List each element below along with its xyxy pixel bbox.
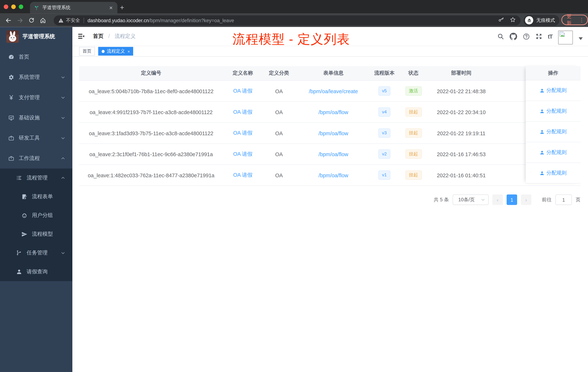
table-cell: OA: [262, 151, 296, 157]
goto-page-input[interactable]: [556, 194, 572, 205]
table-cell: 2022-01-16 01:40:51: [430, 172, 493, 178]
sidebar-item-workflow[interactable]: 工作流程: [0, 148, 72, 169]
sidebar-item-label: 流程管理: [27, 175, 48, 181]
definition-name-link[interactable]: OA 请假: [233, 172, 252, 178]
table-header-row: 定义编号定义名称定义分类表单信息流程版本状态部署时间: [79, 66, 580, 81]
macos-traffic-lights[interactable]: [4, 5, 23, 9]
bookmark-star-icon[interactable]: [510, 16, 516, 24]
search-icon[interactable]: [497, 33, 504, 40]
minimize-window-button[interactable]: [11, 5, 16, 9]
next-page-button[interactable]: ›: [521, 194, 531, 205]
close-window-button[interactable]: [4, 5, 8, 9]
sidebar-item-process-management[interactable]: 流程管理: [0, 169, 72, 187]
table-cell: /bpm/oa/flow: [295, 130, 371, 136]
column-header: 表单信息: [295, 70, 371, 77]
admin-app: 芋道管理系统 首页系统管理支付管理基础设施研发工具工作流程流程管理流程表单用户分…: [0, 27, 588, 372]
page-unit-label: 页: [576, 196, 580, 203]
user-avatar[interactable]: [558, 30, 573, 44]
assign-user-icon: [540, 150, 545, 155]
table-cell: OA 请假: [223, 172, 262, 178]
tab-close-icon[interactable]: ✕: [108, 5, 114, 10]
sidebar-item-payment[interactable]: 支付管理: [0, 88, 72, 108]
forward-icon[interactable]: [17, 17, 23, 23]
definition-name-link[interactable]: OA 请假: [233, 130, 252, 136]
sidebar-item-process-form[interactable]: 流程表单: [0, 187, 72, 206]
sidebar-item-leave-query[interactable]: 请假查询: [0, 263, 72, 281]
assign-rule-link[interactable]: 分配规则: [546, 87, 567, 94]
table-body: oa_leave:5:004b710b-7b8a-11ec-8ef0-acde4…: [79, 81, 580, 186]
breadcrumb-home[interactable]: 首页: [93, 33, 104, 39]
version-badge: v4: [378, 107, 390, 117]
table-cell: v5: [371, 86, 398, 96]
current-page-button[interactable]: 1: [506, 194, 517, 205]
tag-item[interactable]: 首页: [79, 47, 95, 55]
definition-table: 定义编号定义名称定义分类表单信息流程版本状态部署时间 oa_leave:5:00…: [79, 66, 580, 186]
fullscreen-icon[interactable]: [536, 33, 542, 40]
help-icon[interactable]: [523, 33, 530, 40]
definition-name-link[interactable]: OA 请假: [233, 151, 252, 157]
url-bar[interactable]: 不安全 dashboard.yudao.iocoder.cn/bpm/manag…: [54, 15, 521, 25]
workflow-submenu: 流程管理流程表单用户分组流程模型任务管理请假查询: [0, 169, 72, 281]
new-tab-button[interactable]: +: [120, 2, 124, 13]
browser-tab[interactable]: 芋道管理系统 ✕: [30, 2, 117, 13]
url-host[interactable]: dashboard.yudao.iocoder.cn: [88, 17, 149, 23]
form-info-link[interactable]: /bpm/oa/flow: [319, 109, 348, 115]
table-cell: OA 请假: [223, 130, 262, 136]
back-icon[interactable]: [5, 17, 12, 23]
assign-rule-link[interactable]: 分配规则: [546, 170, 567, 176]
sidebar-item-home[interactable]: 首页: [0, 47, 72, 67]
table-cell: OA: [262, 130, 296, 136]
definition-name-link[interactable]: OA 请假: [233, 109, 252, 115]
main-area: 首页 / 流程定义 tT: [72, 27, 588, 372]
definition-name-link[interactable]: OA 请假: [233, 88, 252, 94]
version-badge: v5: [378, 86, 390, 96]
assign-rule-link[interactable]: 分配规则: [546, 108, 567, 114]
font-size-icon[interactable]: tT: [548, 33, 552, 40]
table-cell: OA: [262, 172, 296, 178]
chrome-update-button[interactable]: 更新 ⋮: [561, 15, 588, 25]
sidebar-item-process-model[interactable]: 流程模型: [0, 225, 72, 243]
zoom-window-button[interactable]: [19, 5, 23, 9]
table-cell: oa_leave:4:991f2193-7b7f-11ec-a3c8-acde4…: [79, 109, 223, 115]
tag-active[interactable]: 流程定义×: [98, 47, 133, 55]
url-path[interactable]: /bpm/manager/definition?key=oa_leave: [149, 17, 234, 23]
avatar-caret-icon[interactable]: [578, 37, 583, 40]
sidebar-item-infrastructure[interactable]: 基础设施: [0, 108, 72, 128]
form-info-link[interactable]: /bpm/oa/leave/create: [309, 88, 358, 94]
gear-icon: [8, 74, 14, 80]
form-info-link[interactable]: /bpm/oa/flow: [319, 151, 348, 157]
tag-close-icon[interactable]: ×: [127, 49, 130, 54]
github-icon[interactable]: [510, 33, 517, 40]
not-secure-warning-icon[interactable]: [58, 17, 64, 23]
status-badge: 激活: [405, 86, 422, 96]
reload-icon[interactable]: [29, 17, 34, 23]
dashboard-icon: [8, 54, 14, 60]
browser-menu-icon[interactable]: ⋮: [579, 17, 584, 23]
sidebar-item-label: 任务管理: [27, 250, 48, 256]
prev-page-button[interactable]: ‹: [492, 194, 503, 205]
home-icon[interactable]: [40, 17, 46, 23]
sidebar-item-task-management[interactable]: 任务管理: [0, 244, 72, 263]
sidebar-logo[interactable]: 芋道管理系统: [0, 27, 72, 46]
form-info-link[interactable]: /bpm/oa/flow: [319, 130, 348, 136]
sidebar-collapse-icon[interactable]: [78, 33, 85, 41]
key-icon[interactable]: [498, 16, 504, 24]
sidebar-item-user-group[interactable]: 用户分组: [0, 206, 72, 225]
deploy-time: 2022-01-16 01:40:51: [437, 172, 486, 178]
not-secure-label[interactable]: 不安全: [66, 17, 80, 23]
sidebar-item-dev-tools[interactable]: 研发工具: [0, 128, 72, 148]
sidebar: 芋道管理系统 首页系统管理支付管理基础设施研发工具工作流程流程管理流程表单用户分…: [0, 27, 72, 372]
page-size-select[interactable]: 10条/页: [452, 194, 489, 205]
user-group-icon: [21, 212, 27, 219]
table-cell: 挂起: [398, 149, 429, 159]
active-tag-dot: [102, 50, 105, 53]
definition-category: OA: [275, 172, 283, 178]
form-info-link[interactable]: /bpm/oa/flow: [319, 172, 348, 178]
assign-rule-link[interactable]: 分配规则: [546, 128, 567, 135]
table-cell: OA 请假: [223, 109, 262, 115]
sidebar-item-system[interactable]: 系统管理: [0, 67, 72, 87]
table-cell: v1: [371, 170, 398, 180]
assign-rule-link[interactable]: 分配规则: [546, 149, 567, 156]
select-caret-icon: [481, 197, 485, 202]
table-cell: /bpm/oa/flow: [295, 172, 371, 178]
